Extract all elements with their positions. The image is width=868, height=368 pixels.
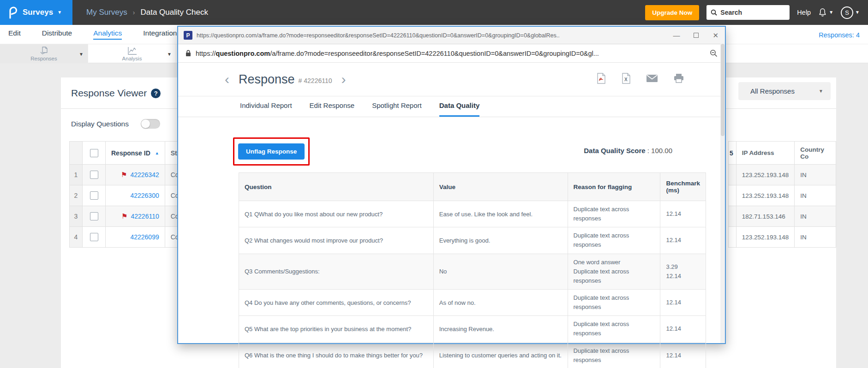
nav-item-integration[interactable]: Integration (143, 29, 177, 40)
flag-icon: ⚑ (121, 171, 127, 178)
reason-cell: Duplicate text across responses (568, 289, 660, 315)
email-icon[interactable] (646, 74, 658, 83)
analysis-caret-icon: ▼ (167, 52, 172, 57)
benchmark-line: 12.14 (666, 272, 700, 281)
print-icon[interactable] (673, 73, 684, 83)
response-id-link[interactable]: 42226300 (130, 192, 159, 199)
nav-item-distribute[interactable]: Distribute (42, 29, 72, 40)
topbar-actions: Upgrade Now Help ▼ S ▼ (645, 5, 868, 20)
response-id-link[interactable]: 42226342 (130, 171, 159, 178)
quality-row: Q5 What are the top priorities in your b… (239, 316, 706, 342)
bell-caret-icon: ▼ (829, 10, 833, 15)
benchmark-line: 12.14 (666, 298, 700, 307)
url-scheme: https:// (196, 50, 216, 57)
row-checkbox[interactable] (90, 233, 98, 241)
select-all-checkbox[interactable] (90, 149, 98, 157)
country-code-header: Country Co (795, 142, 836, 165)
unflag-response-button[interactable]: Unflag Response (238, 143, 305, 160)
response-id-label: # 42226110 (299, 77, 332, 84)
response-row-right: 123.252.193.148IN (729, 227, 836, 248)
account-menu[interactable]: S ▼ (841, 6, 860, 19)
country-code-cell: IN (795, 206, 836, 227)
app-screen: Surveys ▼ My Surveys › Data Quality Chec… (0, 0, 868, 368)
questionpro-favicon: P (184, 31, 192, 40)
benchmark-line: 12.14 (666, 351, 700, 360)
response-row-right: 123.252.193.148IN (729, 185, 836, 206)
upgrade-now-button[interactable]: Upgrade Now (645, 5, 699, 20)
response-id-header[interactable]: Response ID▲ (106, 142, 165, 165)
excel-export-icon[interactable]: X (621, 73, 631, 84)
scrollbar-track[interactable] (720, 44, 725, 343)
toggle-knob (141, 119, 150, 128)
questionpro-logo-icon (6, 6, 18, 19)
minimize-icon[interactable]: — (673, 32, 680, 39)
analysis-tool-label: Analysis (122, 56, 142, 61)
responses-count: Responses: 4 (819, 31, 860, 39)
all-responses-caret-icon: ▼ (819, 89, 823, 94)
breadcrumb-my-surveys[interactable]: My Surveys (86, 8, 127, 17)
reason-line: Duplicate text across responses (574, 205, 655, 223)
benchmark-line: 12.14 (666, 324, 700, 333)
benchmark-cell: 12.14 (660, 342, 706, 368)
ip-address-cell: 182.71.153.146 (736, 206, 794, 227)
breadcrumb: My Surveys › Data Quality Check (86, 8, 208, 17)
bell-icon (818, 8, 827, 17)
clipped-column-header: 5 (729, 142, 736, 165)
row-checkbox[interactable] (90, 212, 98, 220)
responses-tool-button[interactable]: Responses ▼ (0, 44, 88, 63)
global-search[interactable] (706, 5, 790, 20)
reason-cell: Duplicate text across responses (568, 342, 660, 368)
previous-response-icon[interactable]: ‹ (222, 72, 232, 86)
response-header: ‹ Response # 42226110 › X (178, 63, 725, 96)
maximize-icon[interactable] (694, 33, 699, 38)
top-navbar: Surveys ▼ My Surveys › Data Quality Chec… (0, 0, 868, 25)
page-title-text: Response Viewer (71, 88, 147, 99)
display-questions-control: Display Questions (71, 119, 160, 129)
benchmark-header: Benchmark (ms) (660, 173, 706, 201)
tab-data-quality[interactable]: Data Quality (439, 101, 480, 117)
zoom-out-icon[interactable] (710, 49, 718, 57)
help-link[interactable]: Help (797, 9, 811, 16)
row-number: 1 (70, 165, 83, 185)
responses-icon (39, 46, 49, 55)
score-label: Data Quality Score (584, 147, 645, 154)
tab-edit-response[interactable]: Edit Response (310, 101, 355, 117)
search-input[interactable] (720, 9, 780, 16)
benchmark-line: 12.14 (666, 209, 700, 219)
notifications-menu[interactable]: ▼ (818, 8, 833, 17)
nav-item-analytics[interactable]: Analytics (93, 29, 122, 40)
display-questions-toggle[interactable] (141, 119, 160, 129)
quality-row: Q3 Comments/Suggestions:NoOne word answe… (239, 254, 706, 289)
row-checkbox[interactable] (90, 191, 98, 200)
breadcrumb-current-page: Data Quality Check (140, 8, 208, 17)
reason-header: Reason for flagging (568, 173, 660, 201)
scrollbar-thumb[interactable] (721, 44, 724, 136)
product-switcher[interactable]: Surveys ▼ (0, 0, 72, 25)
help-tooltip-icon[interactable]: ? (151, 89, 161, 98)
lock-icon (186, 50, 191, 57)
country-code-cell: IN (795, 185, 836, 206)
response-id-link[interactable]: 42226099 (130, 233, 159, 241)
response-editor-window: P https://questionpro.com/a/frame.do?mod… (177, 26, 726, 344)
next-response-icon[interactable]: › (339, 72, 349, 86)
pdf-export-icon[interactable] (596, 73, 606, 84)
reason-cell: Duplicate text across responses (568, 201, 660, 227)
all-responses-dropdown[interactable]: All Responses ▼ (738, 82, 831, 100)
all-responses-label: All Responses (750, 87, 795, 95)
question-cell: Q3 Comments/Suggestions: (239, 254, 434, 289)
benchmark-line: 3.29 (666, 262, 700, 272)
address-bar[interactable]: https://questionpro.com/a/frame.do?mode=… (178, 44, 725, 63)
value-cell: As of now no. (433, 289, 568, 315)
responses-tool-label: Responses (30, 56, 57, 61)
response-id-link[interactable]: 42226110 (131, 213, 159, 220)
ip-address-cell: 123.252.193.148 (736, 227, 794, 248)
row-checkbox[interactable] (90, 171, 98, 179)
window-titlebar[interactable]: P https://questionpro.com/a/frame.do?mod… (178, 27, 725, 44)
analysis-tool-button[interactable]: Analysis ▼ (88, 44, 176, 63)
benchmark-cell: 12.14 (660, 316, 706, 342)
tab-spotlight-report[interactable]: Spotlight Report (372, 101, 422, 117)
data-quality-score: Data Quality Score : 100.00 (584, 147, 672, 154)
tab-individual-report[interactable]: Individual Report (240, 101, 292, 117)
close-icon[interactable]: ✕ (712, 32, 718, 39)
nav-item-edit[interactable]: Edit (8, 29, 21, 40)
